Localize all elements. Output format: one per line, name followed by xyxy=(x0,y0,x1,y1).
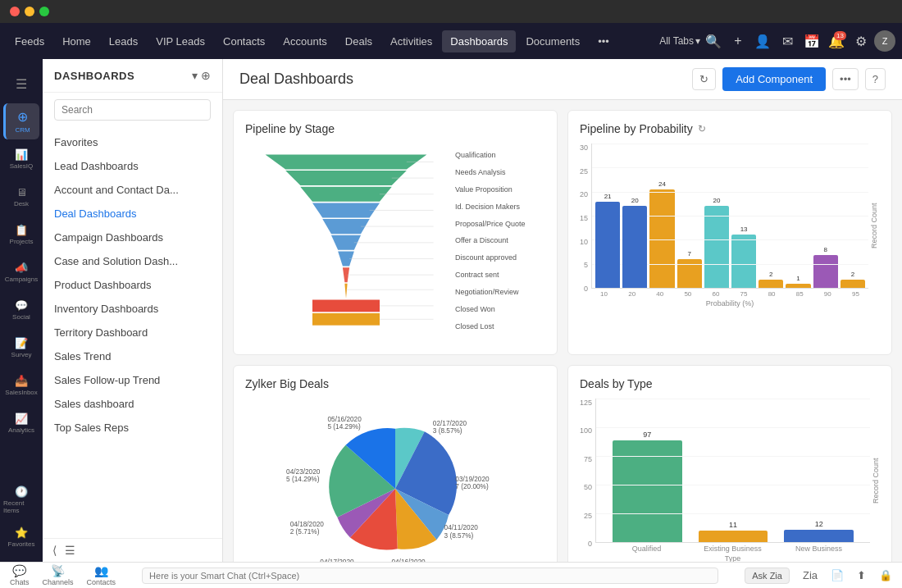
profile-icon[interactable]: 👤 xyxy=(751,30,774,52)
bottom-icon-4[interactable]: 🔒 xyxy=(879,569,892,581)
sidebar-item-favorites[interactable]: Favorites xyxy=(43,130,222,154)
bottom-icon-2[interactable]: 📄 xyxy=(831,569,844,581)
header-actions: ↻ Add Component ••• ? xyxy=(692,67,886,91)
chats-tab[interactable]: 💬 Chats xyxy=(10,564,30,586)
sidebar-item-projects[interactable]: 📋 Projects xyxy=(3,217,39,253)
refresh-button[interactable]: ↻ xyxy=(692,68,716,90)
nav-deals[interactable]: Deals xyxy=(337,30,380,52)
funnel-label: Closed Won xyxy=(455,305,545,313)
sidebar-item-lead-dashboards[interactable]: Lead Dashboards xyxy=(43,154,222,178)
sidebar-item-product[interactable]: Product Dashboards xyxy=(43,273,222,297)
expand-icon[interactable]: ▾ xyxy=(192,69,198,82)
sidebar-item-account-contact[interactable]: Account and Contact Da... xyxy=(43,178,222,202)
nav-contacts[interactable]: Contacts xyxy=(215,30,273,52)
bottom-icon-3[interactable]: ⬆ xyxy=(857,569,866,581)
nav-accounts[interactable]: Accounts xyxy=(275,30,335,52)
maximize-button[interactable] xyxy=(39,7,49,16)
sidebar-item-campaigns[interactable]: 📣 Campaigns xyxy=(3,254,39,290)
svg-text:2 (5.71%): 2 (5.71%) xyxy=(290,528,320,536)
contacts-icon: 👥 xyxy=(94,564,108,577)
sidebar-item-deal-dashboards[interactable]: Deal Dashboards xyxy=(43,202,222,226)
pie-chart-container: 02/17/2020 3 (8.57%) 03/19/2020 7 (20.00… xyxy=(245,399,545,562)
contacts-tab[interactable]: 👥 Contacts xyxy=(87,564,116,586)
svg-rect-9 xyxy=(312,300,380,312)
sidebar-item-favorites[interactable]: ⭐ Favorites xyxy=(3,519,39,555)
dashboard-list: Favorites Lead Dashboards Account and Co… xyxy=(43,127,222,538)
notifications-icon[interactable]: 🔔 13 xyxy=(825,30,848,52)
svg-rect-10 xyxy=(312,313,380,326)
sidebar-item-desk[interactable]: 🖥 Desk xyxy=(3,179,39,215)
deals-y-title: Record Count xyxy=(872,399,880,562)
sidebar-menu-icon[interactable]: ☰ xyxy=(3,66,39,102)
deals-type-chart: 1251007550250 xyxy=(580,399,880,562)
svg-marker-1 xyxy=(285,171,407,185)
settings-icon[interactable]: ⚙ xyxy=(850,30,872,52)
add-component-button[interactable]: Add Component xyxy=(722,67,826,91)
minimize-button[interactable] xyxy=(25,7,34,16)
all-tabs-dropdown[interactable]: All Tabs ▾ xyxy=(659,35,700,47)
mail-icon[interactable]: ✉ xyxy=(776,30,799,52)
nav-home[interactable]: Home xyxy=(54,30,99,52)
dashboard-sidebar-header: DASHBOARDS ▾ ⊕ xyxy=(43,59,222,93)
svg-text:5 (14.29%): 5 (14.29%) xyxy=(328,423,362,431)
sidebar-item-territory[interactable]: Territory Dashboard xyxy=(43,321,222,344)
funnel-label: Contract sent xyxy=(455,271,545,279)
close-button[interactable] xyxy=(10,7,20,16)
search-icon[interactable]: 🔍 xyxy=(702,30,725,52)
sidebar-item-sales-dashboard[interactable]: Sales dashboard xyxy=(43,392,222,416)
charts-grid: Pipeline by Stage xyxy=(223,100,902,562)
nav-leads[interactable]: Leads xyxy=(101,30,146,52)
svg-marker-0 xyxy=(266,154,427,169)
pipeline-stage-title: Pipeline by Stage xyxy=(245,122,545,135)
nav-dashboards[interactable]: Dashboards xyxy=(442,30,516,52)
add-icon[interactable]: + xyxy=(727,30,749,52)
help-button[interactable]: ? xyxy=(865,68,886,90)
svg-marker-8 xyxy=(344,284,347,299)
smart-chat-input[interactable] xyxy=(142,567,718,584)
ask-zia-button[interactable]: Ask Zia xyxy=(745,567,790,584)
sidebar-item-salesinbox[interactable]: 📥 SalesInbox xyxy=(3,367,39,403)
nav-documents[interactable]: Documents xyxy=(517,30,588,52)
sidebar-item-sales-trend[interactable]: Sales Trend xyxy=(43,344,222,368)
funnel-label: Qualification xyxy=(455,151,545,159)
sidebar-item-salesiq[interactable]: 📊 SalesIQ xyxy=(3,141,39,177)
svg-text:05/16/2020: 05/16/2020 xyxy=(328,416,362,423)
sidebar-item-analytics[interactable]: 📈 Analytics xyxy=(3,405,39,441)
sidebar-item-social[interactable]: 💬 Social xyxy=(3,292,39,328)
sidebar-item-campaign[interactable]: Campaign Dashboards xyxy=(43,226,222,249)
nav-activities[interactable]: Activities xyxy=(382,30,440,52)
add-dashboard-icon[interactable]: ⊕ xyxy=(201,69,211,82)
nav-feeds[interactable]: Feeds xyxy=(7,30,52,52)
smart-chat-container xyxy=(142,567,718,584)
svg-text:04/16/2020: 04/16/2020 xyxy=(391,558,426,562)
svg-text:3 (8.57%): 3 (8.57%) xyxy=(433,427,462,435)
sidebar-item-crm[interactable]: ⊕ CRM xyxy=(3,103,39,139)
avatar[interactable]: Z xyxy=(874,30,895,52)
y-axis-title: Record Count xyxy=(870,144,878,308)
sidebar-collapse-icon[interactable]: ⟨ xyxy=(52,544,57,557)
sidebar-item-sales-followup[interactable]: Sales Follow-up Trend xyxy=(43,368,222,392)
notification-badge: 13 xyxy=(834,31,846,40)
svg-text:5 (14.29%): 5 (14.29%) xyxy=(286,476,320,483)
dashboard-search-input[interactable] xyxy=(54,99,211,121)
svg-text:02/17/2020: 02/17/2020 xyxy=(433,420,467,427)
channels-tab[interactable]: 📡 Channels xyxy=(43,564,74,586)
x-axis-title: Probability (%) xyxy=(591,299,868,308)
sidebar-list-icon[interactable]: ☰ xyxy=(65,544,75,557)
funnel-label: Offer a Discount xyxy=(455,236,545,244)
page-title: Deal Dashboards xyxy=(239,71,692,88)
funnel-label: Needs Analysis xyxy=(455,168,545,176)
sidebar-item-top-sales-reps[interactable]: Top Sales Reps xyxy=(43,416,222,440)
sidebar-item-case-solution[interactable]: Case and Solution Dash... xyxy=(43,249,222,273)
nav-more[interactable]: ••• xyxy=(590,30,617,52)
sidebar-item-inventory[interactable]: Inventory Dashboards xyxy=(43,297,222,321)
sidebar-item-recent[interactable]: 🕐 Recent Items xyxy=(3,481,39,517)
svg-text:04/23/2020: 04/23/2020 xyxy=(286,468,321,476)
more-options-button[interactable]: ••• xyxy=(832,68,859,90)
bottom-icon-1[interactable]: Zia xyxy=(803,569,818,581)
nav-vipleads[interactable]: VIP Leads xyxy=(148,30,213,52)
calendar-icon[interactable]: 📅 xyxy=(800,30,823,52)
refresh-icon[interactable]: ↻ xyxy=(698,123,706,134)
sidebar-item-survey[interactable]: 📝 Survey xyxy=(3,330,39,366)
dashboard-search-container xyxy=(43,93,222,127)
